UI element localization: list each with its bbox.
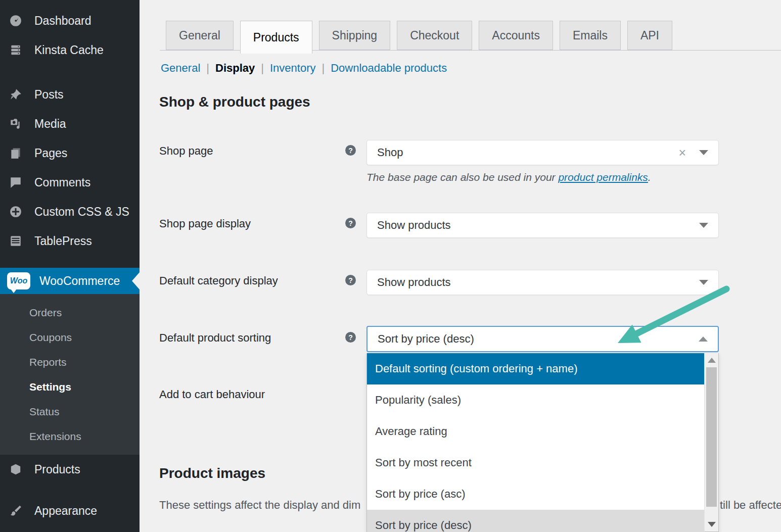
chevron-down-icon <box>699 150 708 155</box>
scrollbar-thumb[interactable] <box>706 367 717 507</box>
submenu-item-status[interactable]: Status <box>0 399 140 424</box>
sidebar-item-label: Appearance <box>34 504 97 518</box>
sidebar-item-label: Dashboard <box>34 14 91 28</box>
tab-products[interactable]: Products <box>240 21 312 54</box>
pages-icon <box>8 146 23 161</box>
shop-page-select[interactable]: Shop × <box>366 140 719 165</box>
sidebar-item-label: Kinsta Cache <box>34 43 104 57</box>
sidebar-separator <box>0 65 140 80</box>
sidebar-item-label: Comments <box>34 176 90 189</box>
products-subnav: General | Display | Inventory | Download… <box>161 62 447 75</box>
clear-selection-icon[interactable]: × <box>678 147 686 159</box>
settings-content: General Products Shipping Checkout Accou… <box>140 0 781 532</box>
dropdown-option-default-sorting[interactable]: Default sorting (custom ordering + name) <box>367 353 705 384</box>
woocommerce-submenu: Orders Coupons Reports Settings Status E… <box>0 294 140 455</box>
dropdown-scrollbar[interactable] <box>704 353 718 531</box>
sidebar-item-woocommerce[interactable]: Woo WooCommerce <box>0 268 140 294</box>
submenu-item-extensions[interactable]: Extensions <box>0 424 140 449</box>
woocommerce-icon: Woo <box>7 272 30 289</box>
default-category-display-select-value: Show products <box>377 276 451 289</box>
settings-tabs: General Products Shipping Checkout Accou… <box>166 21 672 54</box>
chevron-up-icon <box>699 336 708 342</box>
subnav-link-inventory[interactable]: Inventory <box>270 62 316 75</box>
default-product-sorting-select-value: Sort by price (desc) <box>378 332 474 346</box>
product-permalinks-link[interactable]: product permalinks <box>558 171 648 183</box>
sidebar-item-label: TablePress <box>34 234 92 248</box>
tab-shipping[interactable]: Shipping <box>319 21 391 50</box>
default-product-sorting-select[interactable]: Sort by price (desc) <box>366 326 719 352</box>
sidebar-item-appearance[interactable]: Appearance <box>0 496 140 525</box>
subnav-link-display[interactable]: Display <box>215 62 255 75</box>
subnav-separator: | <box>206 62 209 75</box>
description-text: The base page can also be used in your <box>366 171 558 183</box>
subnav-link-downloadable-products[interactable]: Downloadable products <box>331 62 447 75</box>
sidebar-item-label: Custom CSS & JS <box>34 205 129 219</box>
chevron-down-icon <box>699 280 708 285</box>
help-icon[interactable]: ? <box>345 218 356 228</box>
shop-page-display-select-value: Show products <box>377 219 451 232</box>
product-images-description-right: till be affecte <box>720 499 781 512</box>
default-category-display-label: Default category display <box>159 274 278 287</box>
add-to-cart-behaviour-label: Add to cart behaviour <box>159 388 265 401</box>
dropdown-option-most-recent[interactable]: Sort by most recent <box>367 447 705 478</box>
dropdown-option-popularity[interactable]: Popularity (sales) <box>367 384 705 416</box>
sidebar-item-kinsta-cache[interactable]: Kinsta Cache <box>0 35 140 65</box>
tab-general[interactable]: General <box>166 21 234 50</box>
sidebar-item-tablepress[interactable]: TablePress <box>0 226 140 256</box>
sidebar-item-label: WooCommerce <box>39 274 120 288</box>
sidebar-separator <box>0 484 140 496</box>
shop-page-label: Shop page <box>159 144 213 158</box>
admin-sidebar: Dashboard Kinsta Cache Posts Media <box>0 0 140 532</box>
sidebar-item-label: Pages <box>34 147 67 160</box>
help-icon[interactable]: ? <box>345 275 356 285</box>
shop-page-select-value: Shop <box>377 146 403 159</box>
sidebar-item-comments[interactable]: Comments <box>0 168 140 197</box>
sidebar-item-products[interactable]: Products <box>0 455 140 484</box>
pin-icon <box>8 87 23 102</box>
sidebar-item-custom-css-js[interactable]: Custom CSS & JS <box>0 197 140 226</box>
submenu-item-reports[interactable]: Reports <box>0 350 140 374</box>
dropdown-option-price-desc[interactable]: Sort by price (desc) <box>367 510 705 532</box>
box-icon <box>8 462 23 477</box>
dashboard-icon <box>8 13 23 28</box>
sidebar-item-dashboard[interactable]: Dashboard <box>0 6 140 35</box>
brush-icon <box>8 503 23 518</box>
sidebar-item-media[interactable]: Media <box>0 109 140 138</box>
sidebar-item-pages[interactable]: Pages <box>0 138 140 168</box>
submenu-item-settings[interactable]: Settings <box>0 374 140 399</box>
sidebar-separator <box>0 256 140 268</box>
scroll-down-icon[interactable] <box>708 522 716 527</box>
subnav-separator: | <box>261 62 264 75</box>
tab-emails[interactable]: Emails <box>560 21 621 50</box>
shop-page-description: The base page can also be used in your p… <box>366 171 651 183</box>
help-icon[interactable]: ? <box>345 145 356 156</box>
submenu-item-coupons[interactable]: Coupons <box>0 325 140 350</box>
submenu-item-orders[interactable]: Orders <box>0 300 140 325</box>
tab-checkout[interactable]: Checkout <box>397 21 472 50</box>
sidebar-item-label: Products <box>34 463 80 476</box>
product-images-description-left: These settings affect the display and di… <box>159 499 360 512</box>
default-category-display-select[interactable]: Show products <box>366 270 719 295</box>
plus-circle-icon <box>8 204 23 219</box>
current-menu-arrow <box>132 272 140 289</box>
shop-page-display-label: Shop page display <box>159 217 251 230</box>
tab-api[interactable]: API <box>627 21 672 50</box>
dropdown-option-price-asc[interactable]: Sort by price (asc) <box>367 478 705 510</box>
media-icon <box>8 116 23 131</box>
subnav-separator: | <box>321 62 325 75</box>
woocommerce-settings-screen: Dashboard Kinsta Cache Posts Media <box>0 0 781 532</box>
subnav-link-general[interactable]: General <box>161 62 200 75</box>
comment-icon <box>8 175 23 190</box>
sidebar-item-posts[interactable]: Posts <box>0 80 140 109</box>
section-title-product-images: Product images <box>159 465 265 481</box>
scroll-up-icon[interactable] <box>708 358 716 363</box>
description-text: . <box>648 171 651 183</box>
default-product-sorting-label: Default product sorting <box>159 331 271 345</box>
sorting-dropdown-list: Default sorting (custom ordering + name)… <box>366 353 719 532</box>
chevron-down-icon <box>699 223 708 228</box>
shop-page-display-select[interactable]: Show products <box>366 213 719 238</box>
dropdown-option-average-rating[interactable]: Average rating <box>367 416 705 447</box>
section-title-shop-product-pages: Shop & product pages <box>159 94 310 110</box>
help-icon[interactable]: ? <box>345 332 356 343</box>
tab-accounts[interactable]: Accounts <box>479 21 553 50</box>
